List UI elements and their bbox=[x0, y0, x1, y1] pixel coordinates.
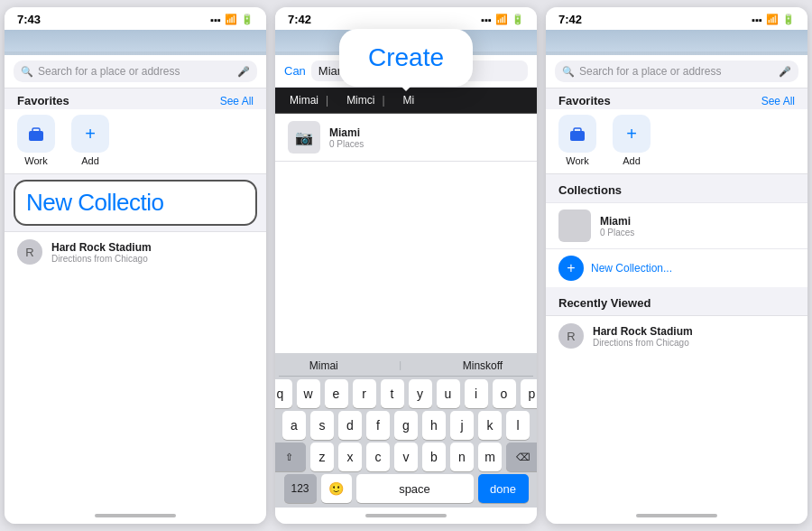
battery-icon-3: 🔋 bbox=[782, 14, 795, 25]
status-icons-1: ▪▪▪ 📶 🔋 bbox=[210, 14, 254, 25]
home-indicator-3 bbox=[546, 508, 807, 524]
time-3: 7:42 bbox=[558, 13, 582, 26]
create-bubble: Create bbox=[339, 29, 473, 87]
panel-1: 7:43 ▪▪▪ 📶 🔋 🔍 Search for a place or add… bbox=[5, 7, 266, 524]
wifi-icon-2: 📶 bbox=[495, 14, 508, 25]
home-bar-1 bbox=[95, 514, 176, 517]
key-delete[interactable]: ⌫ bbox=[506, 442, 537, 471]
recent-text-3: Hard Rock Stadium Directions from Chicag… bbox=[593, 325, 693, 348]
key-o[interactable]: o bbox=[493, 379, 516, 408]
status-bar-3: 7:42 ▪▪▪ 📶 🔋 bbox=[546, 7, 807, 30]
mic-icon-1: 🎤 bbox=[237, 66, 250, 78]
collections-title: Collections bbox=[558, 183, 622, 197]
search-input-wrap-1[interactable]: 🔍 Search for a place or address 🎤 bbox=[14, 61, 257, 82]
kb-suggestion-0[interactable]: Mimai bbox=[309, 359, 338, 372]
collection-item-text: Miami 0 Places bbox=[600, 215, 634, 238]
collection-places: 0 Places bbox=[329, 139, 364, 149]
key-z[interactable]: z bbox=[310, 442, 334, 471]
collection-miami-name: Miami bbox=[600, 215, 634, 228]
see-all-1[interactable]: See All bbox=[220, 95, 254, 107]
key-l[interactable]: l bbox=[506, 411, 530, 440]
fav-work-label: Work bbox=[24, 155, 47, 166]
key-emoji[interactable]: 🙂 bbox=[321, 474, 352, 503]
key-u[interactable]: u bbox=[437, 379, 460, 408]
recent-title-1: Hard Rock Stadium bbox=[51, 241, 152, 254]
fav-add[interactable]: + Add bbox=[71, 115, 109, 166]
battery-icon-2: 🔋 bbox=[512, 14, 524, 25]
home-bar-3 bbox=[636, 514, 717, 517]
recent-item-1[interactable]: R Hard Rock Stadium Directions from Chic… bbox=[5, 231, 266, 272]
recent-text-1: Hard Rock Stadium Directions from Chicag… bbox=[51, 241, 152, 264]
kb-row-1: a s d f g h j k l bbox=[279, 411, 533, 440]
autocomplete-item-0[interactable]: Mimai bbox=[284, 92, 334, 108]
key-w[interactable]: w bbox=[297, 379, 320, 408]
battery-icon: 🔋 bbox=[241, 14, 254, 25]
collection-item-miami[interactable]: Miami 0 Places bbox=[546, 202, 807, 248]
key-done[interactable]: done bbox=[478, 474, 529, 503]
mic-icon-3: 🎤 bbox=[779, 66, 791, 78]
home-bar-2 bbox=[365, 514, 447, 517]
fav-work-3[interactable]: Work bbox=[558, 115, 596, 166]
key-123[interactable]: 123 bbox=[284, 474, 317, 503]
autocomplete-item-1[interactable]: Mimci bbox=[341, 92, 390, 108]
kb-suggestion-1[interactable]: Minskoff bbox=[463, 359, 503, 372]
briefcase-icon bbox=[26, 124, 46, 144]
favorites-header-3: Favorites See All bbox=[546, 88, 807, 109]
fav-work[interactable]: Work bbox=[17, 115, 55, 166]
keyboard: Mimai | Minskoff q w e r t y u i o p a s… bbox=[275, 353, 537, 508]
key-h[interactable]: h bbox=[422, 411, 446, 440]
key-v[interactable]: v bbox=[394, 442, 418, 471]
panel-2: 7:42 ▪▪▪ 📶 🔋 Create Can Miami Mimai Mimc… bbox=[275, 7, 537, 524]
new-collection-text: New Collectio bbox=[26, 189, 163, 216]
time-1: 7:43 bbox=[17, 13, 41, 26]
key-n[interactable]: n bbox=[450, 442, 474, 471]
collection-info: Miami 0 Places bbox=[329, 126, 364, 149]
key-i[interactable]: i bbox=[465, 379, 488, 408]
search-input-wrap-3[interactable]: 🔍 Search for a place or address 🎤 bbox=[555, 61, 798, 82]
key-f[interactable]: f bbox=[366, 411, 390, 440]
create-label: Create bbox=[368, 43, 444, 72]
home-indicator-1 bbox=[5, 508, 266, 524]
search-bar-1[interactable]: 🔍 Search for a place or address 🎤 bbox=[5, 55, 266, 88]
key-t[interactable]: t bbox=[381, 379, 404, 408]
key-k[interactable]: k bbox=[478, 411, 502, 440]
key-j[interactable]: j bbox=[450, 411, 474, 440]
see-all-3[interactable]: See All bbox=[761, 95, 795, 107]
key-a[interactable]: a bbox=[282, 411, 306, 440]
home-indicator-2 bbox=[275, 508, 537, 524]
favorites-header-1: Favorites See All bbox=[5, 88, 266, 109]
favorites-row-1: Work + Add bbox=[5, 109, 266, 174]
collection-preview[interactable]: 📷 Miami 0 Places bbox=[275, 114, 537, 162]
key-m[interactable]: m bbox=[478, 442, 502, 471]
recent-item-3[interactable]: R Hard Rock Stadium Directions from Chic… bbox=[546, 315, 807, 356]
key-p[interactable]: p bbox=[521, 379, 538, 408]
key-g[interactable]: g bbox=[394, 411, 418, 440]
key-shift[interactable]: ⇧ bbox=[275, 442, 306, 471]
map-strip-3 bbox=[546, 30, 807, 55]
key-c[interactable]: c bbox=[366, 442, 390, 471]
recently-viewed-section: Recently Viewed bbox=[546, 287, 807, 315]
new-collection-row[interactable]: + New Collection... bbox=[546, 248, 807, 287]
key-d[interactable]: d bbox=[338, 411, 362, 440]
recent-title-3: Hard Rock Stadium bbox=[593, 325, 693, 338]
new-collection-highlight[interactable]: New Collectio bbox=[14, 180, 257, 226]
key-q[interactable]: q bbox=[275, 379, 292, 408]
key-r[interactable]: r bbox=[353, 379, 376, 408]
recent-icon-3: R bbox=[558, 323, 584, 349]
key-x[interactable]: x bbox=[338, 442, 362, 471]
key-s[interactable]: s bbox=[310, 411, 334, 440]
key-y[interactable]: y bbox=[409, 379, 432, 408]
fav-add-3[interactable]: + Add bbox=[613, 115, 651, 166]
key-e[interactable]: e bbox=[325, 379, 348, 408]
status-icons-2: ▪▪▪ 📶 🔋 bbox=[481, 14, 524, 25]
recent-subtitle-1: Directions from Chicago bbox=[51, 254, 152, 264]
briefcase-icon-3 bbox=[567, 124, 587, 144]
key-space[interactable]: space bbox=[356, 474, 474, 503]
key-b[interactable]: b bbox=[422, 442, 446, 471]
new-collection-label: New Collection... bbox=[591, 262, 672, 275]
collection-name: Miami bbox=[329, 126, 364, 139]
cancel-button[interactable]: Can bbox=[284, 64, 306, 78]
wifi-icon-3: 📶 bbox=[766, 14, 779, 25]
search-bar-3[interactable]: 🔍 Search for a place or address 🎤 bbox=[546, 55, 807, 88]
search-icon-1: 🔍 bbox=[21, 66, 33, 78]
